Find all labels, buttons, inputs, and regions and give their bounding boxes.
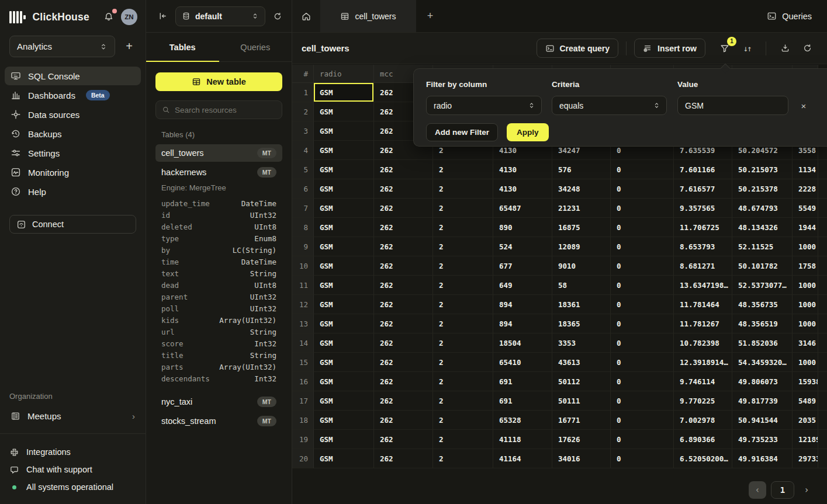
apply-filter-button[interactable]: Apply — [507, 123, 549, 141]
table-cell[interactable]: GSM — [314, 449, 374, 468]
table-cell[interactable]: 2 — [433, 256, 493, 276]
table-cell[interactable]: 0 — [611, 218, 674, 237]
table-cell[interactable]: GSM — [314, 411, 374, 430]
table-cell[interactable]: 48.134326 — [732, 218, 793, 237]
table-cell[interactable]: 0 — [611, 430, 674, 449]
table-cell[interactable]: 9010 — [552, 256, 611, 276]
sidebar-item-chat-support[interactable]: Chat with support — [0, 461, 146, 478]
table-cell[interactable]: 2 — [433, 353, 493, 372]
table-cell[interactable]: 48.674793 — [732, 199, 793, 218]
filter-button[interactable]: 1 — [717, 40, 733, 57]
refresh-table-button[interactable] — [799, 40, 815, 57]
table-cell[interactable]: 12089 — [552, 237, 611, 256]
connect-button[interactable]: Connect — [9, 215, 136, 234]
tab-cell-towers[interactable]: cell_towers — [320, 0, 416, 32]
new-table-button[interactable]: New table — [155, 72, 282, 91]
table-cell[interactable]: 1000 — [793, 314, 818, 333]
table-cell[interactable]: 262 — [374, 295, 433, 314]
search-resources-input[interactable] — [175, 106, 278, 114]
table-cell[interactable]: 18361 — [552, 295, 611, 314]
table-cell[interactable]: 6.52050200… — [674, 449, 732, 468]
sidebar-item-data-sources[interactable]: Data sources — [5, 105, 141, 124]
table-cell[interactable]: 7.616577 — [674, 179, 732, 199]
table-list-item-hackernews[interactable]: hackernewsMT — [155, 164, 282, 181]
create-query-button[interactable]: Create query — [537, 39, 619, 58]
table-list-item-stocks_stream[interactable]: stocks_streamMT — [155, 412, 282, 430]
table-cell[interactable]: 2 — [433, 372, 493, 391]
table-cell[interactable]: 691 — [493, 391, 552, 411]
table-cell[interactable]: 2 — [433, 160, 493, 179]
table-cell[interactable]: 43613 — [552, 353, 611, 372]
table-cell[interactable]: 58 — [552, 276, 611, 295]
table-cell[interactable]: 2 — [433, 314, 493, 333]
explorer-tab-tables[interactable]: Tables — [146, 33, 219, 61]
table-cell[interactable]: 2 — [433, 391, 493, 411]
sidebar-item-settings[interactable]: Settings — [5, 144, 141, 162]
table-cell[interactable]: 2 — [433, 449, 493, 468]
sort-button[interactable]: ↓↑ — [739, 40, 755, 57]
table-cell[interactable]: 0 — [611, 391, 674, 411]
table-cell[interactable]: 2 — [433, 199, 493, 218]
table-cell[interactable]: 3146 — [793, 333, 818, 353]
table-cell[interactable]: 2 — [433, 333, 493, 353]
table-cell[interactable]: 2 — [433, 276, 493, 295]
table-cell[interactable]: 262 — [374, 411, 433, 430]
table-cell[interactable]: 262 — [374, 314, 433, 333]
table-cell[interactable]: 49.817739 — [732, 391, 793, 411]
table-cell[interactable]: 1000 — [793, 353, 818, 372]
table-cell[interactable]: 0 — [611, 237, 674, 256]
table-cell[interactable]: 48.356519 — [732, 314, 793, 333]
table-cell[interactable]: 12.3918914… — [674, 353, 732, 372]
table-cell[interactable]: 0 — [611, 411, 674, 430]
table-cell[interactable]: GSM — [314, 353, 374, 372]
queries-button[interactable]: Queries — [767, 11, 812, 21]
table-cell[interactable]: GSM — [314, 121, 374, 141]
table-cell[interactable]: 18365 — [552, 314, 611, 333]
table-cell[interactable]: 65487 — [493, 199, 552, 218]
table-cell[interactable]: 9.746114 — [674, 372, 732, 391]
column-header-#[interactable]: # — [292, 65, 314, 83]
table-cell[interactable]: 0 — [611, 199, 674, 218]
table-cell[interactable]: GSM — [314, 430, 374, 449]
table-cell[interactable]: 262 — [374, 372, 433, 391]
filter-value-input[interactable] — [677, 96, 788, 115]
table-cell[interactable]: 2 — [433, 295, 493, 314]
workspace-select[interactable]: Analytics — [9, 36, 115, 57]
download-button[interactable] — [777, 40, 793, 57]
table-cell[interactable]: 0 — [611, 372, 674, 391]
table-cell[interactable]: 0 — [611, 160, 674, 179]
prev-page-button[interactable]: ‹ — [749, 481, 766, 499]
table-cell[interactable]: 21231 — [552, 199, 611, 218]
table-cell[interactable]: 10.782398 — [674, 333, 732, 353]
table-cell[interactable]: 2228 — [793, 179, 818, 199]
table-cell[interactable]: GSM — [314, 256, 374, 276]
table-cell[interactable]: 524 — [493, 237, 552, 256]
insert-row-button[interactable]: Insert row — [634, 39, 705, 58]
sidebar-item-meetups[interactable]: Meetups › — [5, 406, 141, 425]
table-cell[interactable]: 51.852036 — [732, 333, 793, 353]
table-cell[interactable]: GSM — [314, 102, 374, 121]
table-cell[interactable]: 1000 — [793, 237, 818, 256]
table-cell[interactable]: 1758 — [793, 256, 818, 276]
table-cell[interactable]: 11.706725 — [674, 218, 732, 237]
table-cell[interactable]: 17626 — [552, 430, 611, 449]
table-list-item-cell_towers[interactable]: cell_towersMT — [155, 144, 282, 162]
sidebar-item-monitoring[interactable]: Monitoring — [5, 163, 141, 182]
table-list-item-nyc_taxi[interactable]: nyc_taxiMT — [155, 393, 282, 411]
next-page-button[interactable]: › — [799, 481, 814, 499]
sidebar-item-integrations[interactable]: Integrations — [0, 443, 146, 461]
table-cell[interactable]: GSM — [314, 199, 374, 218]
table-cell[interactable]: 50.215073 — [732, 160, 793, 179]
filter-column-select[interactable]: radio — [426, 96, 542, 115]
table-cell[interactable]: 9.357565 — [674, 199, 732, 218]
table-cell[interactable]: 0 — [611, 179, 674, 199]
table-cell[interactable]: 5489 — [793, 391, 818, 411]
table-cell[interactable]: GSM — [314, 276, 374, 295]
table-cell[interactable]: 1000 — [793, 276, 818, 295]
table-cell[interactable]: 262 — [374, 256, 433, 276]
table-cell[interactable]: 50111 — [552, 391, 611, 411]
table-cell[interactable]: 52.5373077… — [732, 276, 793, 295]
table-cell[interactable]: 49.735233 — [732, 430, 793, 449]
database-select[interactable]: default — [175, 6, 265, 26]
table-cell[interactable]: 2 — [433, 179, 493, 199]
